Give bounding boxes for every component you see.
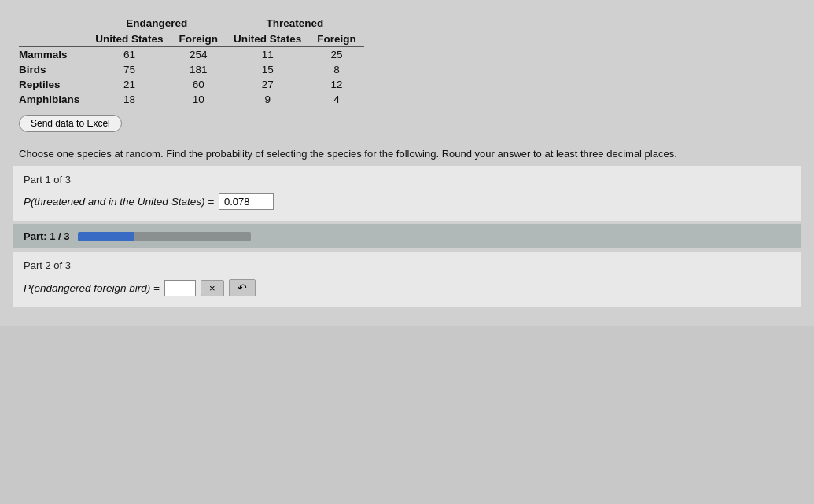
table-row: Birds 75 181 15 8 — [19, 62, 364, 77]
col-group-threatened: Threatened — [226, 16, 364, 31]
table-row: Reptiles 21 60 27 12 — [19, 77, 364, 92]
clear-icon: × — [209, 282, 215, 294]
progress-bar-track — [78, 232, 251, 241]
cell-amphibians-us-thr: 9 — [226, 92, 309, 107]
cell-mammals-for-thr: 25 — [309, 47, 364, 63]
cell-mammals-for-end: 254 — [171, 47, 227, 63]
cell-amphibians-for-end: 10 — [171, 92, 227, 107]
row-label-reptiles: Reptiles — [19, 77, 87, 92]
sub-header-us-threatened: United States — [226, 31, 309, 47]
part2-input[interactable] — [164, 280, 196, 296]
cell-reptiles-for-end: 60 — [171, 77, 227, 92]
progress-row: Part: 1 / 3 — [24, 230, 790, 242]
cell-reptiles-for-thr: 12 — [309, 77, 364, 92]
part1-panel: Part 1 of 3 P(threatened and in the Unit… — [13, 166, 801, 221]
row-label-mammals: Mammals — [19, 47, 87, 63]
cell-birds-us-end: 75 — [87, 62, 171, 77]
cell-mammals-us-end: 61 — [87, 47, 171, 63]
part1-equation: P(threatened and in the United States) = — [24, 193, 790, 210]
row-label-birds: Birds — [19, 62, 87, 77]
cell-amphibians-us-end: 18 — [87, 92, 171, 107]
undo-button[interactable]: ↶ — [229, 279, 256, 296]
part1-equation-prefix: P(threatened and in the United States) = — [24, 196, 214, 208]
send-to-excel-button[interactable]: Send data to Excel — [19, 115, 122, 132]
table-row: Amphibians 18 10 9 4 — [19, 92, 364, 107]
cell-reptiles-us-end: 21 — [87, 77, 171, 92]
clear-button[interactable]: × — [201, 280, 224, 296]
row-label-empty — [19, 16, 87, 31]
part1-input[interactable] — [219, 193, 274, 210]
cell-reptiles-us-thr: 27 — [226, 77, 309, 92]
part2-label: Part 2 of 3 — [24, 259, 790, 271]
cell-amphibians-for-thr: 4 — [309, 92, 364, 107]
cell-birds-for-thr: 8 — [309, 62, 364, 77]
cell-mammals-us-thr: 11 — [226, 47, 309, 63]
table-section: Endangered Threatened United States Fore… — [13, 8, 801, 140]
progress-panel: Part: 1 / 3 — [13, 224, 801, 248]
part1-label: Part 1 of 3 — [24, 174, 790, 186]
progress-bar-fill — [78, 232, 135, 241]
instruction-text: Choose one species at random. Find the p… — [13, 140, 801, 166]
col-group-endangered: Endangered — [87, 16, 226, 31]
part2-equation-prefix: P(endangered foreign bird) = — [24, 282, 160, 294]
main-container: Endangered Threatened United States Fore… — [0, 0, 814, 326]
progress-label: Part: 1 / 3 — [24, 230, 70, 242]
data-table: Endangered Threatened United States Fore… — [19, 16, 364, 107]
undo-icon: ↶ — [238, 281, 247, 294]
sub-header-foreign-endangered: Foreign — [171, 31, 227, 47]
table-row: Mammals 61 254 11 25 — [19, 47, 364, 63]
cell-birds-us-thr: 15 — [226, 62, 309, 77]
row-label-amphibians: Amphibians — [19, 92, 87, 107]
sub-header-foreign-threatened: Foreign — [309, 31, 364, 47]
sub-header-us-endangered: United States — [87, 31, 171, 47]
part2-equation: P(endangered foreign bird) = × ↶ — [24, 279, 790, 296]
sub-header-empty — [19, 31, 87, 47]
part2-panel: Part 2 of 3 P(endangered foreign bird) =… — [13, 252, 801, 307]
cell-birds-for-end: 181 — [171, 62, 227, 77]
